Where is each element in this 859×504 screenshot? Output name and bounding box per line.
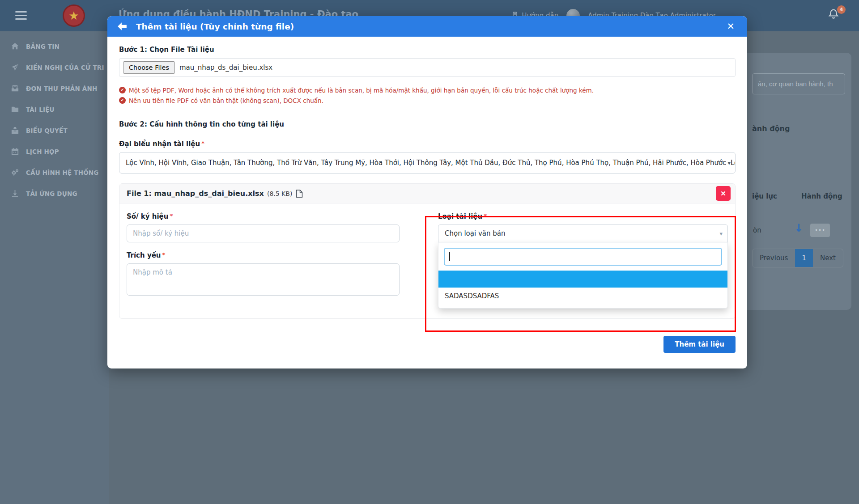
- summary-label: Trích yếu*: [127, 251, 400, 259]
- sidebar-item-kien-nghi[interactable]: KIẾN NGHỊ CỦA CỬ TRI: [0, 57, 109, 78]
- doc-type-select[interactable]: Chọn loại văn bản ▾: [438, 224, 728, 242]
- menu-icon[interactable]: [15, 11, 27, 20]
- file-card-title: File 1: mau_nhap_ds_dai_bieu.xlsx: [127, 189, 264, 198]
- back-arrow-icon[interactable]: [117, 21, 129, 32]
- file-icon: [296, 190, 303, 198]
- summary-textarea[interactable]: [127, 263, 400, 296]
- file-card-header: File 1: mau_nhap_ds_dai_bieu.xlsx (8.5 K…: [119, 184, 735, 203]
- sidebar-item-cau-hinh[interactable]: CẤU HÌNH HỆ THỐNG ‹: [0, 162, 109, 183]
- recipients-value: Lộc Vĩnh, Hội Vĩnh, Giao Thuận, Tân Thườ…: [126, 159, 736, 167]
- code-input[interactable]: [127, 224, 400, 242]
- background-column-header: Hành động: [801, 192, 842, 200]
- chevron-down-icon: ▾: [719, 230, 723, 237]
- choose-files-button[interactable]: Choose Files: [123, 61, 175, 74]
- background-search-input[interactable]: [752, 73, 845, 94]
- warning-line: ✔ Một số tệp PDF, Word hoặc ảnh có thể k…: [119, 85, 736, 95]
- doc-type-dropdown: SADASDSADFAS: [438, 242, 728, 309]
- background-row-fragment: òn: [753, 226, 761, 234]
- right-column: Loại tài liệu* Chọn loại văn bản ▾: [438, 212, 728, 309]
- add-document-modal: Thêm tài liệu (Tùy chỉnh từng file) ✕ Bư…: [107, 16, 747, 368]
- download-icon: [11, 189, 19, 198]
- paper-plane-icon: [11, 63, 19, 72]
- sidebar-item-bieu-quyet[interactable]: BIỂU QUYẾT: [0, 120, 109, 141]
- dropdown-option[interactable]: SADASDSADFAS: [438, 288, 727, 305]
- sidebar-item-don-thu[interactable]: ĐƠN THƯ PHẢN ÁNH: [0, 78, 109, 99]
- folder-icon: [11, 105, 19, 114]
- chevron-down-icon: ▾: [726, 160, 731, 166]
- ballot-box-icon: [11, 126, 19, 135]
- home-icon: [11, 42, 19, 51]
- doc-type-value: Chọn loại văn bản: [445, 229, 505, 237]
- national-emblem-logo: ★: [63, 4, 85, 27]
- sidebar-item-tai-ung-dung[interactable]: TẢI ỨNG DỤNG: [0, 183, 109, 204]
- add-document-button[interactable]: Thêm tài liệu: [663, 336, 736, 353]
- warning-line: ✔ Nên ưu tiên file PDF có văn bản thật (…: [119, 95, 736, 106]
- doc-type-options: SADASDSADFAS: [438, 271, 727, 305]
- left-column: Số/ ký hiệu* Trích yếu*: [127, 212, 400, 309]
- recipients-select[interactable]: Lộc Vĩnh, Hội Vĩnh, Giao Thuận, Tân Thườ…: [119, 152, 736, 174]
- sidebar-item-tai-lieu[interactable]: TÀI LIỆU: [0, 99, 109, 120]
- modal-body: Bước 1: Chọn File Tài liệu Choose Files …: [107, 37, 747, 364]
- pagination-page-1[interactable]: 1: [795, 249, 813, 267]
- required-marker: *: [170, 212, 173, 219]
- notification-bell-icon[interactable]: 4: [828, 8, 843, 23]
- required-marker: *: [484, 212, 487, 219]
- background-heading-fragment: ành động: [752, 124, 790, 133]
- text-cursor: [449, 252, 450, 261]
- chevron-left-icon: ‹: [93, 168, 96, 177]
- warnings: ✔ Một số tệp PDF, Word hoặc ảnh có thể k…: [119, 85, 736, 106]
- sidebar: BẢNG TIN KIẾN NGHỊ CỦA CỬ TRI ĐƠN THƯ PH…: [0, 31, 109, 504]
- gears-icon: [11, 168, 19, 177]
- modal-title: Thêm tài liệu (Tùy chỉnh từng file): [136, 22, 724, 31]
- pagination-previous[interactable]: Previous: [753, 249, 795, 267]
- remove-file-button[interactable]: ✕: [716, 186, 731, 201]
- required-marker: *: [162, 251, 166, 258]
- dropdown-option-highlighted[interactable]: [438, 271, 727, 288]
- code-label: Số/ ký hiệu*: [127, 212, 400, 220]
- file-input[interactable]: Choose Files mau_nhap_ds_dai_bieu.xlsx: [119, 58, 736, 77]
- app-canvas: ★ Ứng dụng điều hành HĐND Training - Đào…: [0, 0, 859, 504]
- more-actions-button[interactable]: •••: [810, 224, 830, 237]
- file-card-body: Số/ ký hiệu* Trích yếu* Loại tài liệu*: [119, 203, 735, 318]
- check-circle-icon: ✔: [119, 97, 126, 104]
- download-arrow-icon[interactable]: ↓: [794, 222, 803, 234]
- check-circle-icon: ✔: [119, 87, 126, 93]
- divider: [119, 112, 736, 112]
- file-size: (8.5 KB): [267, 190, 292, 197]
- file-card: File 1: mau_nhap_ds_dai_bieu.xlsx (8.5 K…: [119, 183, 736, 319]
- submit-row: Thêm tài liệu: [119, 336, 736, 353]
- notification-count-badge: 4: [837, 5, 846, 14]
- step1-label: Bước 1: Chọn File Tài liệu: [119, 46, 736, 54]
- step2-label: Bước 2: Cấu hình thông tin cho từng tài …: [119, 120, 736, 128]
- pagination-next[interactable]: Next: [813, 249, 843, 267]
- modal-header: Thêm tài liệu (Tùy chỉnh từng file) ✕: [107, 16, 747, 37]
- inbox-icon: [11, 84, 19, 93]
- sidebar-item-bang-tin[interactable]: BẢNG TIN: [0, 36, 109, 57]
- recipients-label: Đại biểu nhận tài liệu*: [119, 140, 736, 148]
- sidebar-item-lich-hop[interactable]: LỊCH HỌP: [0, 141, 109, 162]
- calendar-icon: [11, 147, 19, 156]
- background-column-header: iệu lực: [752, 192, 777, 200]
- required-marker: *: [201, 140, 204, 147]
- doc-type-search-input[interactable]: [444, 248, 722, 266]
- pagination: Previous 1 Next: [752, 249, 843, 267]
- close-icon[interactable]: ✕: [724, 20, 737, 33]
- doc-type-label: Loại tài liệu*: [438, 212, 728, 220]
- selected-file-name: mau_nhap_ds_dai_bieu.xlsx: [179, 64, 272, 72]
